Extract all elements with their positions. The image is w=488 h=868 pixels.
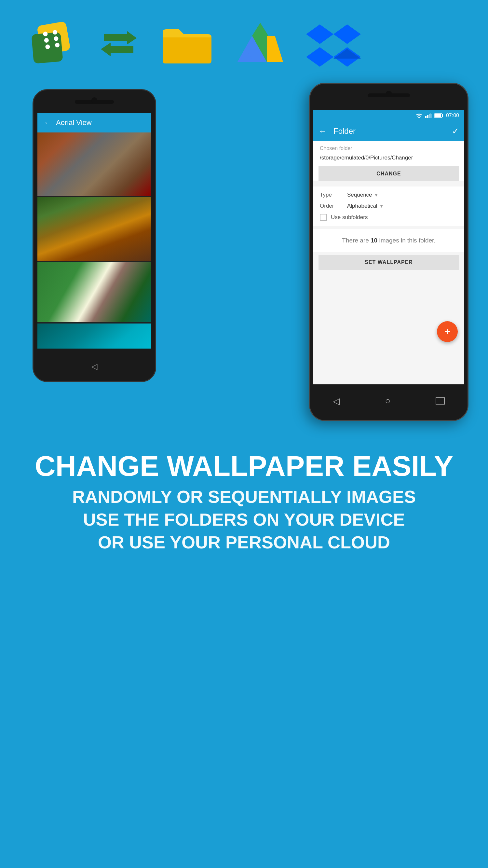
nav-back-icon[interactable]: ◁ [333,396,340,406]
nav-recents-icon[interactable] [435,397,445,405]
fab-plus-icon: + [445,327,451,337]
dice-app-icon [26,20,78,69]
main-headline: CHANGE WALLPAPER EASILY [20,451,468,482]
set-wallpaper-button[interactable]: SET WALLPAPER [319,255,459,270]
phone-back-nav: ◁ [33,352,155,381]
battery-icon [434,113,444,118]
order-value: Alphabetical [347,203,378,209]
settings-section: Type Sequence ▼ Order Alphabetical ▼ Use [313,186,464,226]
nav-home-icon[interactable]: ○ [385,396,391,406]
aerial-image-4 [37,323,151,348]
fab-add-button[interactable]: + [437,321,458,342]
order-label: Order [320,203,343,209]
header-back-arrow[interactable]: ← [319,126,327,136]
change-button[interactable]: CHANGE [319,166,459,181]
svg-marker-17 [333,49,361,59]
aerial-image-1 [37,132,151,196]
svg-marker-10 [267,36,283,62]
status-time: 07:00 [446,113,459,119]
chosen-folder-label: Chosen folder [313,141,464,153]
type-dropdown-arrow: ▼ [374,192,379,197]
sub-headline-line3: OR USE YOUR PERSONAL CLOUD [20,531,468,554]
svg-rect-19 [425,116,426,118]
top-icons-row [0,0,488,83]
type-dropdown[interactable]: Sequence ▼ [347,192,378,198]
phone-front-speaker [368,93,410,97]
folder-icon [159,21,215,68]
svg-marker-13 [306,24,333,44]
sub-headline-line2: USE THE FOLDERS ON YOUR DEVICE [20,508,468,531]
gdrive-icon [234,20,286,70]
folder-path: /storage/emulated/0/Pictures/Changer [313,153,464,166]
check-icon[interactable]: ✓ [452,126,459,136]
type-setting-row: Type Sequence ▼ [320,192,458,198]
phone-back: ← Aerial View ◁ [33,89,156,382]
phone-back-back-arrow: ← [44,119,51,127]
type-value: Sequence [347,192,372,198]
phone-back-title: Aerial View [56,119,92,127]
svg-marker-11 [252,23,268,36]
phone-back-screen: ← Aerial View [37,113,151,348]
image-count-text: There are 10 images in this folder. [320,236,458,245]
subfolder-checkbox[interactable] [320,214,327,221]
subfolder-label: Use subfolders [331,214,368,221]
svg-rect-24 [435,114,441,117]
bottom-text-section: CHANGE WALLPAPER EASILY RANDOMLY OR SEQU… [0,434,488,567]
svg-marker-14 [333,24,361,44]
repeat-arrows-icon [98,24,140,65]
folder-section: Chosen folder /storage/emulated/0/Pictur… [313,141,464,181]
type-label: Type [320,192,343,198]
order-dropdown-arrow: ▼ [379,204,384,209]
status-bar: 07:00 [313,110,464,121]
image-count-suffix: images in this folder. [378,237,435,244]
folder-screen-title: Folder [333,127,445,136]
wifi-icon [416,113,423,118]
svg-rect-20 [427,115,428,118]
dropbox-icon [306,21,361,68]
sub-headline-line1: RANDOMLY OR SEQUENTIALLY IMAGES [20,485,468,508]
phones-section: ← Aerial View ◁ [0,83,488,434]
phone-back-header: ← Aerial View [37,113,151,132]
subfolder-checkbox-row: Use subfolders [320,214,458,221]
phone-back-camera [91,97,97,103]
back-nav-triangle-icon: ◁ [91,362,97,371]
aerial-image-2 [37,197,151,261]
image-count-number: 10 [370,237,378,244]
phone-front-screen: 07:00 ← Folder ✓ Chosen folder /storage/… [313,110,464,384]
phone-front: 07:00 ← Folder ✓ Chosen folder /storage/… [309,83,468,421]
image-count-prefix: There are [342,237,370,244]
aerial-images [37,132,151,348]
svg-rect-21 [429,114,430,118]
order-setting-row: Order Alphabetical ▼ [320,203,458,209]
svg-point-18 [418,117,420,118]
svg-marker-22 [430,113,432,118]
order-dropdown[interactable]: Alphabetical ▼ [347,203,384,209]
signal-icon [425,113,432,118]
app-header: ← Folder ✓ [313,121,464,141]
image-count-section: There are 10 images in this folder. [313,229,464,253]
phone-front-nav: ◁ ○ [310,385,467,420]
aerial-image-3 [37,262,151,322]
svg-marker-15 [306,47,333,67]
